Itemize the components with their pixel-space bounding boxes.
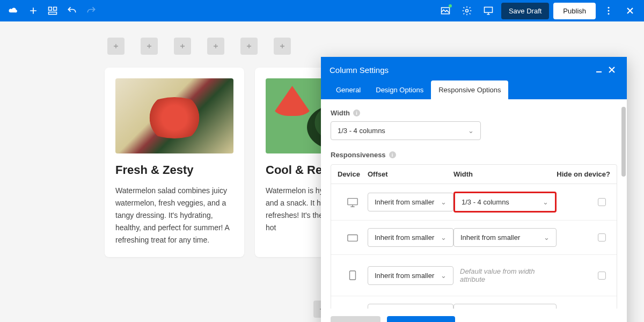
card-title: Fresh & Zesty — [115, 163, 233, 177]
chevron-down-icon: ⌄ — [543, 198, 548, 206]
card-body: Watermelon salad combines juicy watermel… — [115, 185, 233, 246]
table-row: Inherit from smaller⌄ 1/3 - 4 columns⌄ — [331, 184, 617, 221]
topbar: Save Draft Publish — [0, 0, 644, 21]
col-device: Device — [338, 170, 368, 178]
add-block-button[interactable] — [141, 38, 158, 55]
info-icon[interactable]: i — [389, 151, 396, 158]
chevron-down-icon: ⌄ — [468, 127, 474, 135]
chevron-down-icon: ⌄ — [544, 233, 550, 241]
responsiveness-label: Responsivenessi — [331, 151, 617, 159]
tablet-portrait-icon — [338, 269, 368, 281]
info-icon[interactable]: i — [353, 109, 360, 116]
content-card[interactable]: Fresh & Zesty Watermelon salad combines … — [105, 68, 244, 257]
mobile-icon — [338, 308, 368, 309]
svg-point-6 — [608, 7, 610, 9]
offset-select[interactable]: Inherit from smaller⌄ — [368, 266, 453, 285]
tab-responsive-options[interactable]: Responsive Options — [431, 80, 508, 99]
more-icon[interactable] — [600, 2, 617, 19]
width-select[interactable]: Default⌄ — [453, 304, 557, 309]
svg-rect-10 — [348, 235, 357, 241]
save-draft-button[interactable]: Save Draft — [501, 3, 549, 19]
logo-cloud-icon[interactable] — [5, 2, 23, 19]
offset-select[interactable]: Inherit from smaller⌄ — [368, 228, 453, 247]
svg-point-7 — [608, 10, 610, 12]
tablet-landscape-icon — [338, 232, 368, 244]
chevron-down-icon: ⌄ — [441, 233, 447, 241]
table-row: Inherit from smaller⌄ Default value from… — [331, 255, 617, 296]
editor-canvas: Fresh & Zesty Watermelon salad combines … — [0, 21, 644, 322]
chevron-down-icon: ⌄ — [441, 198, 447, 206]
responsive-table: Device Offset Width Hide on device? Inhe… — [331, 164, 617, 309]
save-changes-button[interactable]: Save changes — [387, 316, 455, 322]
gear-icon[interactable] — [458, 2, 475, 19]
offset-select[interactable]: Inherit from smaller⌄ — [368, 193, 453, 211]
add-block-button[interactable] — [174, 38, 191, 55]
column-settings-modal: Column Settings General Design Options R… — [321, 57, 627, 322]
modal-title: Column Settings — [330, 65, 592, 75]
svg-rect-2 — [49, 12, 57, 14]
svg-rect-5 — [484, 7, 492, 12]
width-select[interactable]: Inherit from smaller⌄ — [453, 228, 557, 247]
tab-design-options[interactable]: Design Options — [368, 80, 431, 99]
tab-general[interactable]: General — [328, 80, 368, 99]
col-width: Width — [453, 170, 557, 178]
add-block-button[interactable] — [274, 38, 291, 55]
offset-select[interactable]: No offset⌄ — [368, 304, 453, 309]
add-block-button[interactable] — [107, 38, 125, 55]
svg-rect-0 — [49, 7, 52, 10]
width-placeholder: Default value from width attribute — [453, 262, 557, 288]
width-label: Widthi — [331, 109, 617, 117]
hide-checkbox[interactable] — [598, 272, 606, 280]
chevron-down-icon: ⌄ — [441, 272, 447, 280]
add-block-row — [107, 38, 644, 55]
svg-point-4 — [465, 10, 468, 12]
scrollbar[interactable] — [621, 107, 626, 177]
svg-rect-1 — [54, 7, 57, 10]
desktop-preview-icon[interactable] — [480, 2, 497, 19]
add-block-button[interactable] — [240, 38, 258, 55]
card-image — [115, 78, 233, 153]
table-row: Inherit from smaller⌄ Inherit from small… — [331, 221, 617, 255]
close-button[interactable]: Close — [331, 316, 380, 322]
minimize-icon[interactable] — [592, 63, 605, 76]
svg-point-8 — [608, 13, 610, 14]
template-icon[interactable] — [44, 2, 61, 19]
add-block-button[interactable] — [207, 38, 224, 55]
col-offset: Offset — [368, 170, 453, 178]
desktop-icon — [338, 196, 368, 208]
image-icon[interactable] — [437, 2, 454, 19]
width-select-highlighted[interactable]: 1/3 - 4 columns⌄ — [453, 192, 557, 213]
hide-checkbox[interactable] — [598, 198, 606, 206]
svg-rect-11 — [350, 271, 356, 280]
undo-icon[interactable] — [63, 2, 80, 19]
table-row: No offset⌄ Default⌄ — [331, 296, 617, 309]
add-icon[interactable] — [25, 2, 42, 19]
redo-icon[interactable] — [83, 2, 100, 19]
svg-rect-9 — [348, 198, 357, 204]
close-icon[interactable] — [605, 63, 618, 76]
col-hide: Hide on device? — [557, 170, 610, 178]
close-icon[interactable] — [621, 2, 639, 19]
width-select[interactable]: 1/3 - 4 columns⌄ — [331, 121, 481, 140]
publish-button[interactable]: Publish — [553, 3, 596, 19]
hide-checkbox[interactable] — [598, 233, 606, 241]
